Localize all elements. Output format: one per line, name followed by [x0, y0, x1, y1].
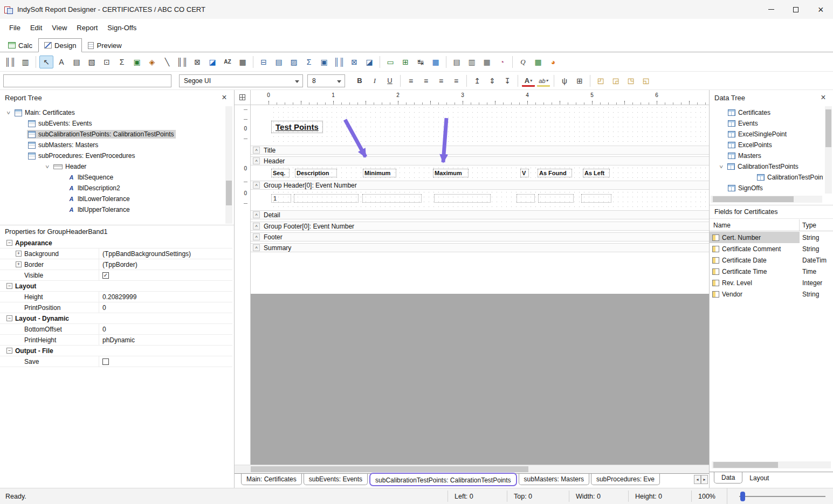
- data-tree-vertical-scrollbar[interactable]: [825, 106, 832, 194]
- collapse-band-icon[interactable]: [253, 244, 260, 251]
- page-tabs-scroll-left-icon[interactable]: [694, 475, 701, 484]
- scrollbar-thumb[interactable]: [226, 181, 232, 205]
- highlight-color-icon[interactable]: ab: [536, 74, 550, 87]
- image-tool-icon[interactable]: ▣: [130, 56, 144, 68]
- crosstab-tool-icon[interactable]: ▦: [429, 56, 443, 68]
- data-tree-item-masters[interactable]: Masters: [710, 150, 823, 161]
- expand-icon[interactable]: [16, 251, 22, 257]
- page-tab-subprocedures[interactable]: subProcedures: Eve: [591, 474, 660, 485]
- collapse-band-icon[interactable]: [253, 223, 260, 230]
- canvas-horizontal-scrollbar[interactable]: [235, 465, 709, 473]
- detail-field-box[interactable]: [294, 194, 359, 203]
- anchor-icon[interactable]: ψ: [557, 74, 572, 87]
- band-bar-title[interactable]: Title: [251, 146, 709, 155]
- grid-tool-icon[interactable]: ▦: [236, 56, 250, 68]
- font-family-select[interactable]: Segoe UI: [179, 74, 303, 87]
- dbmemo-tool-icon[interactable]: ▤: [272, 56, 286, 68]
- scrollbar-thumb[interactable]: [251, 466, 528, 472]
- font-color-icon[interactable]: A: [521, 74, 535, 87]
- calendar-icon[interactable]: ▦: [480, 56, 494, 68]
- memo-tool-icon[interactable]: ▤: [70, 56, 84, 68]
- chevron-down-icon[interactable]: [5, 110, 12, 116]
- tree-item-main-certificates[interactable]: Main: Certificates: [0, 107, 225, 118]
- underline-icon[interactable]: U: [383, 74, 397, 87]
- tab-design[interactable]: Design: [38, 38, 82, 52]
- prop-bottomoffset[interactable]: BottomOffset 0: [0, 324, 232, 335]
- column-label-description[interactable]: Description: [295, 169, 337, 177]
- tree-item-lbllowertolerance[interactable]: lblLowerTolerance: [0, 194, 225, 204]
- select-tool-icon[interactable]: ↖: [39, 56, 53, 68]
- collapse-band-icon[interactable]: [253, 157, 260, 164]
- band-bar-header[interactable]: Header: [251, 156, 709, 165]
- move-backward-icon[interactable]: ◱: [639, 74, 653, 87]
- data-tree-horizontal-scrollbar[interactable]: [711, 196, 822, 203]
- dbrichtext-tool-icon[interactable]: ▨: [287, 56, 301, 68]
- field-row-certificate-time[interactable]: Certificate Time Time: [710, 266, 833, 277]
- detail-field-box[interactable]: [538, 194, 574, 203]
- zoom-slider[interactable]: [727, 488, 829, 504]
- page-tabs-scroll-right-icon[interactable]: [701, 475, 708, 484]
- tree-item-submasters[interactable]: subMasters: Masters: [0, 140, 225, 150]
- report-title-label[interactable]: Test Points: [271, 121, 323, 133]
- page-tab-main-certificates[interactable]: Main: Certificates: [241, 474, 302, 485]
- scrollbar-thumb[interactable]: [825, 109, 831, 147]
- prop-save[interactable]: Save: [0, 356, 232, 367]
- collapse-icon[interactable]: [6, 240, 12, 246]
- maximize-button[interactable]: [783, 0, 808, 19]
- align-justify-icon[interactable]: ≡: [449, 74, 463, 87]
- menu-signoffs[interactable]: Sign-Offs: [102, 22, 141, 34]
- tree-item-subprocedures[interactable]: subProcedures: EventProcedures: [0, 150, 225, 161]
- tab-preview[interactable]: Preview: [82, 38, 127, 52]
- dbchart-tool-icon[interactable]: ◪: [362, 56, 376, 68]
- column-label-v[interactable]: V: [520, 169, 529, 177]
- band-bar-group-footer[interactable]: Group Footer[0]: Event Number: [251, 222, 709, 231]
- field-row-vendor[interactable]: Vendor String: [710, 288, 833, 300]
- page-tab-subcalibrationtestpoints[interactable]: subCalibrationTestPoints: CalibrationTes…: [369, 473, 517, 486]
- band-selector-button[interactable]: [235, 90, 251, 105]
- field-row-cert-number[interactable]: Cert. Number String: [710, 232, 833, 243]
- data-tree-item-certificates[interactable]: Certificates: [710, 107, 823, 118]
- checkbox-tool-icon[interactable]: ⊠: [190, 56, 204, 68]
- prop-background[interactable]: Background (TppBandBackgroundSettings): [0, 248, 232, 259]
- chevron-down-icon[interactable]: [718, 164, 725, 170]
- send-to-back-icon[interactable]: ◲: [609, 74, 623, 87]
- detail-field-box[interactable]: [362, 194, 422, 203]
- title-band[interactable]: Test Points: [251, 105, 709, 146]
- align-bottom-icon[interactable]: ↧: [500, 74, 514, 87]
- field-row-certificate-comment[interactable]: Certificate Comment String: [710, 243, 833, 254]
- variable-tool-icon[interactable]: Σ: [115, 56, 129, 68]
- band-bar-group-header[interactable]: Group Header[0]: Event Number: [251, 181, 709, 190]
- save-checkbox[interactable]: [102, 358, 109, 365]
- group-header-band[interactable]: Seq. Description Minimum Maximum V As Fo…: [251, 165, 709, 181]
- data-tree-item-calibrationtestpoints[interactable]: CalibrationTestPoints: [710, 161, 823, 172]
- tree-item-lbldescription2[interactable]: lblDescription2: [0, 183, 225, 194]
- column-label-as-found[interactable]: As Found: [538, 169, 572, 177]
- fields-horizontal-scrollbar[interactable]: [712, 461, 831, 468]
- collapse-band-icon[interactable]: [253, 182, 260, 189]
- dbimage-tool-icon[interactable]: ▣: [317, 56, 331, 68]
- detail-field-box[interactable]: [434, 194, 491, 203]
- data-pipeline-icon[interactable]: ▥: [465, 56, 479, 68]
- collapse-icon[interactable]: [6, 315, 12, 321]
- prop-group-output-file[interactable]: Output - File: [0, 346, 232, 356]
- prop-group-layout-dynamic[interactable]: Layout - Dynamic: [0, 313, 232, 324]
- field-row-rev-level[interactable]: Rev. Level Integer: [710, 277, 833, 288]
- prop-border[interactable]: Border (TppBorder): [0, 259, 232, 270]
- prop-group-appearance[interactable]: Appearance: [0, 238, 232, 248]
- prop-height[interactable]: Height 0.20829999: [0, 292, 232, 302]
- report-objects-icon[interactable]: ▤: [450, 56, 464, 68]
- prop-printheight[interactable]: PrintHeight phDynamic: [0, 335, 232, 346]
- prop-value[interactable]: phDynamic: [99, 335, 232, 345]
- tree-item-subcalibrationtestpoints[interactable]: subCalibrationTestPoints: CalibrationTes…: [0, 129, 225, 140]
- print-density-icon[interactable]: ▥: [18, 56, 32, 68]
- page-setup-icon[interactable]: ║║: [3, 56, 17, 68]
- prop-value[interactable]: (TppBorder): [99, 259, 232, 270]
- fields-col-type[interactable]: Type: [800, 222, 816, 229]
- search-icon[interactable]: Q: [516, 56, 530, 68]
- data-tree-item-excelpoints[interactable]: ExcelPoints: [710, 140, 823, 150]
- font-master-tool-icon[interactable]: AZ: [221, 56, 235, 68]
- column-label-maximum[interactable]: Maximum: [433, 169, 469, 177]
- report-tree-scrollbar[interactable]: [225, 106, 232, 224]
- prop-value[interactable]: 0: [99, 324, 232, 334]
- tree-item-lbluppertolerance[interactable]: lblUpperTolerance: [0, 204, 225, 215]
